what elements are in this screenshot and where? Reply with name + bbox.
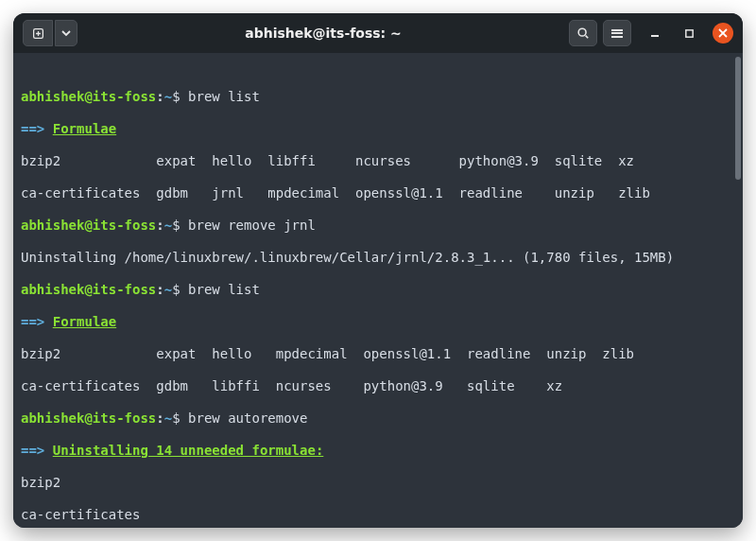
terminal-window: abhishek@its-foss: ~ <box>13 13 743 528</box>
output-line: Uninstalling /home/linuxbrew/.linuxbrew/… <box>21 250 735 266</box>
minimize-icon <box>649 27 661 39</box>
section-heading: ==> Uninstalling 14 unneeded formulae: <box>21 443 735 459</box>
section-heading: ==> Formulae <box>21 314 735 330</box>
close-icon <box>718 28 728 38</box>
new-tab-icon <box>32 27 44 40</box>
new-tab-button[interactable] <box>23 20 53 46</box>
terminal-output[interactable]: abhishek@its-foss:~$ brew list ==> Formu… <box>13 53 743 528</box>
section-heading: ==> Formulae <box>21 121 735 137</box>
menu-button[interactable] <box>603 20 631 46</box>
svg-line-4 <box>586 36 589 39</box>
minimize-button[interactable] <box>644 23 665 44</box>
window-title: abhishek@its-foss: ~ <box>85 26 561 41</box>
command-text: brew autoremove <box>188 410 307 426</box>
titlebar-left-controls <box>23 20 77 46</box>
prompt-user: abhishek@its-foss <box>21 89 156 104</box>
close-button[interactable] <box>713 23 733 44</box>
chevron-down-icon <box>61 28 71 38</box>
maximize-button[interactable] <box>679 23 699 44</box>
formula-list-row: ca-certificates gdbm libffi ncurses pyth… <box>21 378 735 394</box>
hamburger-icon <box>611 27 623 39</box>
titlebar-right-controls <box>569 20 733 46</box>
prompt-path: ~ <box>164 89 172 104</box>
formula-list-row: ca-certificates gdbm jrnl mpdecimal open… <box>21 185 735 201</box>
unneeded-item: ca-certificates <box>21 507 735 523</box>
search-button[interactable] <box>569 20 597 46</box>
formula-list-row: bzip2 expat hello mpdecimal openssl@1.1 … <box>21 346 735 362</box>
formula-list-row: bzip2 expat hello libffi ncurses python@… <box>21 153 735 169</box>
svg-point-3 <box>578 28 586 36</box>
prompt-line: abhishek@its-foss:~$ brew list <box>21 89 735 105</box>
svg-rect-6 <box>685 29 692 36</box>
tab-menu-dropdown[interactable] <box>55 20 77 46</box>
command-text: brew remove jrnl <box>188 218 316 233</box>
scrollbar[interactable] <box>735 57 741 180</box>
search-icon <box>576 26 590 40</box>
command-text: brew list <box>188 89 260 104</box>
prompt-line: abhishek@its-foss:~$ brew remove jrnl <box>21 218 735 234</box>
titlebar: abhishek@its-foss: ~ <box>13 13 743 53</box>
prompt-line: abhishek@its-foss:~$ brew autoremove <box>21 410 735 427</box>
unneeded-item: bzip2 <box>21 475 735 491</box>
command-text: brew list <box>188 282 260 297</box>
maximize-icon <box>684 28 695 39</box>
window-controls <box>644 23 733 44</box>
prompt-line: abhishek@its-foss:~$ brew list <box>21 282 735 298</box>
